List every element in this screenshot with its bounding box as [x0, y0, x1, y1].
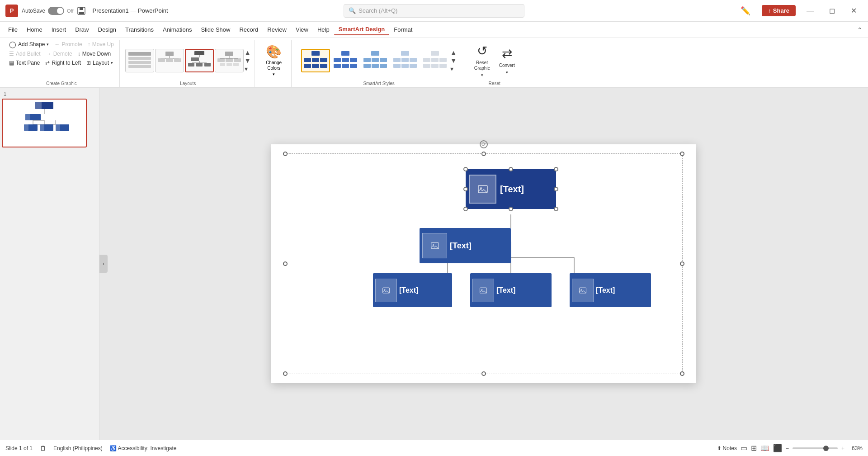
svg-rect-60	[431, 58, 439, 62]
change-colors-dropdown-icon[interactable]: ▾	[273, 72, 275, 76]
collapse-ribbon-icon[interactable]: ⌃	[855, 24, 864, 35]
menu-slideshow[interactable]: Slide Show	[196, 24, 235, 35]
mid-node[interactable]: [Text]	[420, 228, 511, 263]
menu-home[interactable]: Home	[22, 24, 47, 35]
handle-tr[interactable]	[680, 152, 684, 156]
style-scroll-down[interactable]: ▼	[450, 57, 457, 64]
move-down-button[interactable]: ↓ Move Down	[76, 50, 113, 58]
top-node[interactable]: [Text]	[466, 169, 556, 209]
text-pane-label: Text Pane	[16, 60, 40, 66]
layout-button[interactable]: ⊞ Layout ▾	[85, 59, 115, 67]
add-shape-button[interactable]: ◯ Add Shape ▾	[7, 40, 51, 49]
menu-smartart-design[interactable]: SmartArt Design	[334, 24, 390, 35]
zoom-out-icon[interactable]: −	[786, 445, 789, 451]
notes-button[interactable]: ⬆ Notes	[717, 445, 737, 451]
style-expand[interactable]: ▾	[450, 65, 457, 72]
handle-br[interactable]	[680, 371, 684, 376]
text-pane-button[interactable]: ▤ Text Pane	[7, 59, 42, 67]
menu-format[interactable]: Format	[389, 24, 417, 35]
handle-tl[interactable]	[283, 152, 288, 156]
layout-expand[interactable]: ▾	[245, 65, 251, 72]
share-button[interactable]: ↑ Share	[762, 5, 796, 16]
promote-button[interactable]: ← Promote	[52, 40, 84, 48]
menu-design[interactable]: Design	[94, 24, 121, 35]
layout-thumb-2[interactable]	[155, 49, 184, 72]
collapse-panel-button[interactable]: ‹	[99, 255, 108, 273]
reset-graphic-dropdown-icon[interactable]: ▾	[481, 73, 483, 77]
menu-file[interactable]: File	[4, 24, 22, 35]
svg-rect-64	[439, 64, 447, 68]
layout-scroll-down[interactable]: ▼	[245, 57, 251, 64]
handle-ml[interactable]	[283, 261, 288, 266]
layout-thumb-4[interactable]	[215, 49, 244, 72]
menu-draw[interactable]: Draw	[71, 24, 93, 35]
svg-rect-5	[128, 61, 151, 64]
slide-notes-icon[interactable]: 🗒	[40, 445, 46, 452]
move-up-button[interactable]: ↑ Move Up	[86, 40, 116, 48]
style-thumb-4[interactable]	[391, 49, 420, 72]
style-thumb-5[interactable]	[420, 49, 449, 72]
change-colors-button[interactable]: 🎨 ChangeColors ▾	[260, 41, 288, 80]
autosave-label: AutoSave	[22, 8, 45, 14]
convert-dropdown-icon[interactable]: ▾	[506, 70, 508, 75]
handle-mr[interactable]	[680, 261, 684, 266]
menu-view[interactable]: View	[291, 24, 313, 35]
menu-record[interactable]: Record	[235, 24, 263, 35]
layout-dropdown-icon[interactable]: ▾	[111, 61, 113, 65]
layout-scroll-up[interactable]: ▲	[245, 49, 251, 56]
add-bullet-button[interactable]: ☰ Add Bullet	[7, 50, 42, 58]
minimize-button[interactable]: —	[801, 5, 819, 17]
move-up-icon: ↑	[88, 41, 90, 48]
handle-bc[interactable]	[481, 371, 486, 376]
view-reading-icon[interactable]: 📖	[760, 444, 769, 452]
svg-rect-78	[40, 124, 44, 131]
view-sorter-icon[interactable]: ⊞	[751, 444, 757, 452]
zoom-in-icon[interactable]: +	[841, 445, 844, 451]
handle-tc[interactable]	[481, 152, 486, 156]
view-presenter-icon[interactable]: ⬛	[773, 444, 782, 452]
rotate-handle[interactable]: ⟳	[480, 140, 488, 148]
bot-node-3[interactable]: [Text]	[570, 273, 651, 307]
right-to-left-button[interactable]: ⇄ Right to Left	[43, 59, 83, 67]
slide-canvas[interactable]: ‹ ⟳	[99, 88, 868, 440]
save-icon[interactable]	[76, 6, 86, 16]
language-indicator: English (Philippines)	[53, 445, 103, 451]
svg-rect-36	[320, 64, 327, 68]
close-button[interactable]: ✕	[844, 5, 863, 17]
convert-button[interactable]: ⇄ Convert ▾	[495, 44, 519, 76]
svg-rect-55	[393, 64, 401, 68]
bot-node-2[interactable]: [Text]	[470, 273, 552, 307]
zoom-slider[interactable]	[793, 447, 838, 449]
style-thumb-1[interactable]	[301, 49, 330, 72]
zoom-thumb[interactable]	[823, 446, 829, 451]
menu-help[interactable]: Help	[313, 24, 334, 35]
view-normal-icon[interactable]: ▭	[741, 444, 747, 452]
handle-bl[interactable]	[283, 371, 288, 376]
slide-thumbnail-1[interactable]	[2, 99, 87, 147]
style-thumb-3[interactable]	[361, 49, 390, 72]
menu-review[interactable]: Review	[263, 24, 291, 35]
smartart-style-scroll: ▲ ▼ ▾	[450, 49, 457, 72]
layout-thumb-3[interactable]	[185, 49, 214, 72]
style-scroll-up[interactable]: ▲	[450, 49, 457, 56]
add-shape-dropdown-icon[interactable]: ▾	[47, 42, 49, 47]
search-bar[interactable]: 🔍 Search (Alt+Q)	[344, 4, 524, 18]
maximize-button[interactable]: ◻	[823, 5, 841, 17]
pen-icon[interactable]: ✏️	[741, 6, 750, 16]
accessibility-indicator[interactable]: ♿ Accessibility: Investigate	[110, 445, 177, 451]
slide-area[interactable]: ⟳	[271, 144, 696, 383]
menu-insert[interactable]: Insert	[47, 24, 71, 35]
style-thumb-2[interactable]	[331, 49, 360, 72]
svg-rect-31	[304, 58, 311, 62]
autosave-toggle[interactable]	[48, 7, 64, 15]
reset-graphic-button[interactable]: ↺ ResetGraphic ▾	[471, 42, 494, 79]
promote-label: Promote	[61, 41, 82, 48]
zoom-level[interactable]: 63%	[848, 445, 863, 451]
bot-node-1[interactable]: [Text]	[373, 273, 452, 307]
menu-transitions[interactable]: Transitions	[121, 24, 158, 35]
accessibility-icon: ♿	[110, 445, 117, 451]
layout-thumb-1[interactable]	[125, 49, 154, 72]
menu-animations[interactable]: Animations	[158, 24, 196, 35]
top-node-image	[469, 175, 496, 204]
demote-button[interactable]: → Demote	[44, 50, 74, 58]
